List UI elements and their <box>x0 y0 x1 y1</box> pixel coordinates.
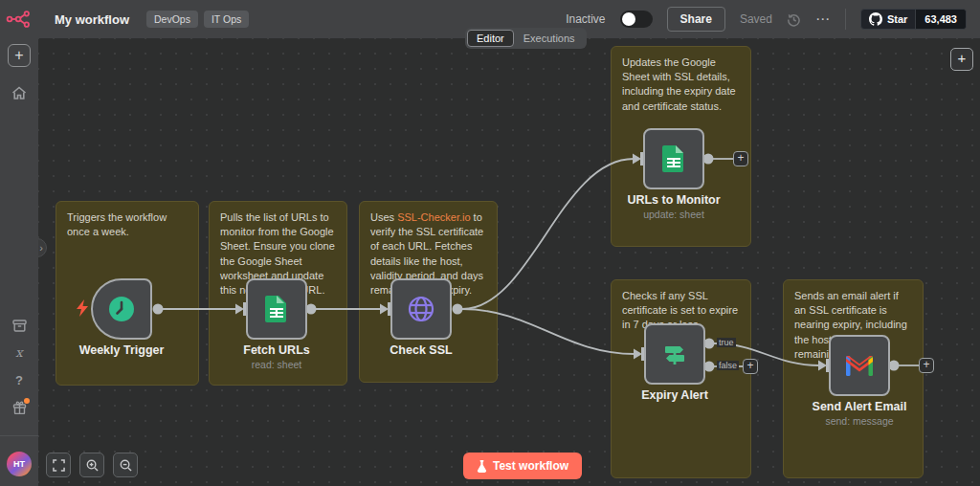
add-node-after-send-button[interactable]: + <box>919 358 934 373</box>
node-label: Weekly Trigger <box>50 343 193 357</box>
node-box[interactable] <box>644 323 705 385</box>
node-urls-to-monitor[interactable]: URLs to Monitor update: sheet <box>643 128 704 189</box>
if-signpost-icon <box>661 341 688 367</box>
schedule-clock-icon <box>107 295 136 323</box>
output-label-false: false <box>717 361 739 370</box>
view-tabs: Editor Executions <box>465 28 587 49</box>
saved-status: Saved <box>740 12 772 26</box>
node-label: Fetch URLs <box>205 343 348 357</box>
share-button[interactable]: Share <box>667 7 725 32</box>
more-options-icon[interactable]: ⋯ <box>815 11 831 28</box>
templates-icon[interactable] <box>12 320 27 332</box>
github-star-widget[interactable]: Star 63,483 <box>860 9 967 30</box>
plus-icon: + <box>14 47 23 63</box>
toggle-knob <box>622 12 635 26</box>
sidebar: + x ? HT <box>0 0 38 486</box>
help-icon[interactable]: ? <box>15 373 23 387</box>
node-expiry-alert[interactable]: Expiry Alert <box>644 323 705 385</box>
tab-editor[interactable]: Editor <box>467 30 514 47</box>
gmail-icon <box>846 356 873 376</box>
plus-icon: + <box>958 50 967 66</box>
trigger-bolt-icon <box>77 299 89 317</box>
github-star-section: Star <box>861 10 915 29</box>
add-node-button[interactable]: + <box>950 48 973 71</box>
user-avatar[interactable]: HT <box>7 452 32 476</box>
active-toggle[interactable] <box>620 11 653 28</box>
whats-new-icon[interactable] <box>12 401 27 418</box>
github-star-label: Star <box>887 13 907 25</box>
variables-icon[interactable]: x <box>15 345 22 360</box>
zoom-out-button[interactable] <box>113 453 138 477</box>
node-box[interactable] <box>246 278 307 340</box>
history-icon[interactable] <box>787 12 801 27</box>
node-label: Send Alert Email <box>788 400 931 413</box>
node-weekly-trigger[interactable]: Weekly Trigger <box>91 278 152 340</box>
github-star-count: 63,483 <box>915 10 966 29</box>
node-label: URLs to Monitor <box>602 193 746 207</box>
workflow-tags: DevOps IT Ops <box>146 11 249 28</box>
node-subtitle: update: sheet <box>602 209 746 220</box>
canvas-controls <box>46 453 138 477</box>
plus-icon: + <box>923 358 929 371</box>
notification-dot <box>24 398 30 404</box>
plus-icon: + <box>737 151 744 165</box>
node-fetch-urls[interactable]: Fetch URLs read: sheet <box>246 278 307 340</box>
add-node-after-urls-button[interactable]: + <box>733 151 748 166</box>
node-label: Expiry Alert <box>603 388 746 402</box>
workflow-canvas[interactable]: › Triggers the workflow once a week. Pul… <box>38 38 980 486</box>
zoom-in-button[interactable] <box>79 453 104 477</box>
sidebar-divider <box>0 435 38 436</box>
node-box[interactable] <box>643 128 704 189</box>
header-actions: Inactive Share Saved ⋯ Star 63,483 <box>566 7 967 32</box>
node-subtitle: read: sheet <box>205 359 348 370</box>
test-workflow-button[interactable]: Test workflow <box>463 453 582 479</box>
tab-executions[interactable]: Executions <box>514 30 585 47</box>
home-icon[interactable] <box>11 86 27 100</box>
plus-icon: + <box>746 359 753 372</box>
flask-icon <box>477 460 487 473</box>
http-globe-icon <box>406 294 436 324</box>
tag-devops[interactable]: DevOps <box>146 11 198 28</box>
tag-itops[interactable]: IT Ops <box>204 11 249 28</box>
sticky-text: Updates the Google Sheet with SSL detail… <box>622 56 736 112</box>
google-sheets-icon <box>662 145 685 172</box>
header-divider <box>845 9 846 30</box>
node-box[interactable] <box>91 278 152 340</box>
node-subtitle: send: message <box>788 415 931 427</box>
ssl-checker-link[interactable]: SSL-Checker.io <box>397 211 470 223</box>
google-sheets-icon <box>265 296 288 322</box>
node-box[interactable] <box>829 335 890 396</box>
add-node-after-false-button[interactable]: + <box>743 359 758 374</box>
sidebar-expand-chevron-icon[interactable]: › <box>38 238 47 257</box>
output-label-true: true <box>717 338 736 347</box>
fit-view-button[interactable] <box>46 453 71 477</box>
sticky-text: Triggers the workflow once a week. <box>67 211 167 237</box>
test-workflow-label: Test workflow <box>493 459 568 473</box>
node-box[interactable] <box>390 278 452 340</box>
active-status-label: Inactive <box>566 12 605 26</box>
github-octocat-icon <box>869 12 882 26</box>
node-send-alert-email[interactable]: Send Alert Email send: message <box>829 335 890 396</box>
sidebar-bottom: x ? HT <box>0 320 38 476</box>
n8n-logo-icon[interactable] <box>6 10 33 33</box>
sticky-text-before: Uses <box>370 211 397 223</box>
workflow-title[interactable]: My workflow <box>55 12 129 27</box>
n8n-app: + x ? HT <box>0 0 980 486</box>
node-check-ssl[interactable]: Check SSL <box>390 278 452 340</box>
node-label: Check SSL <box>349 343 493 357</box>
add-workflow-button[interactable]: + <box>8 44 31 67</box>
